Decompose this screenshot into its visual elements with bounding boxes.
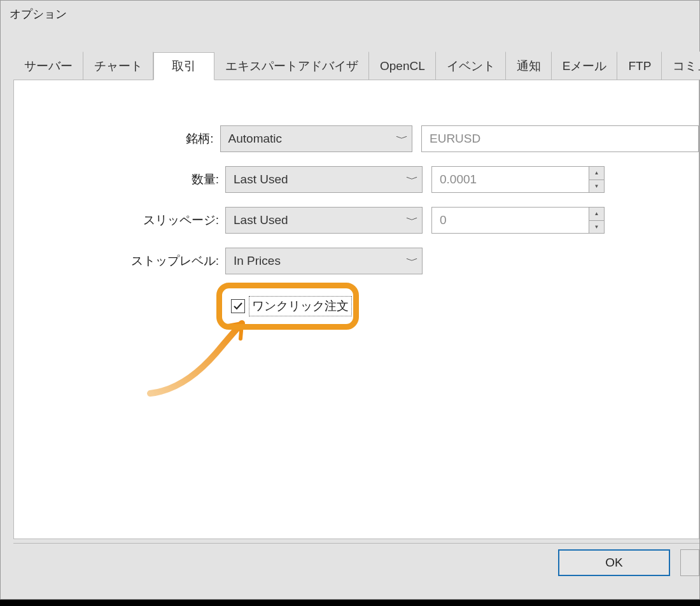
trade-form: 銘柄: Automatic ﹀ EURUSD 数量: Last Used ﹀	[14, 118, 699, 281]
spinner-volume: ▲ ▼	[589, 166, 605, 193]
chevron-down-icon: ﹀	[406, 215, 419, 226]
tab-community[interactable]: コミュニ	[662, 52, 700, 80]
combo-volume-mode-value: Last Used	[234, 173, 288, 187]
row-stop-level: ストップレベル: In Prices ﹀	[14, 241, 699, 281]
options-dialog: オプション サーバー チャート 取引 エキスパートアドバイザ OpenCL イベ…	[0, 0, 700, 600]
tab-chart[interactable]: チャート	[83, 52, 153, 80]
titlebar: オプション	[1, 1, 699, 27]
tab-label: チャート	[94, 58, 143, 74]
input-symbol-value[interactable]: EURUSD	[421, 125, 699, 152]
tab-label: 通知	[517, 58, 541, 74]
chevron-down-icon: ﹀	[396, 133, 409, 144]
label-stop-level: ストップレベル:	[14, 253, 225, 269]
chevron-down-icon: ﹀	[406, 174, 419, 185]
tab-label: エキスパートアドバイザ	[225, 58, 358, 74]
row-symbol: 銘柄: Automatic ﹀ EURUSD	[14, 118, 699, 159]
input-slippage-value[interactable]: 0	[431, 207, 589, 234]
checkbox-one-click[interactable]	[231, 299, 245, 313]
highlight-one-click: ワンクリック注文	[216, 283, 359, 330]
combo-symbol-mode[interactable]: Automatic ﹀	[220, 125, 412, 152]
tab-ftp[interactable]: FTP	[617, 52, 662, 80]
input-slippage-value-text: 0	[440, 213, 447, 227]
client-area: サーバー チャート 取引 エキスパートアドバイザ OpenCL イベント 通知 …	[10, 36, 699, 590]
label-slippage: スリッページ:	[14, 212, 225, 229]
tab-notify[interactable]: 通知	[506, 52, 552, 80]
combo-stop-level-mode-value: In Prices	[234, 254, 281, 268]
spinner-volume-down[interactable]: ▼	[589, 180, 605, 194]
tab-label: サーバー	[24, 58, 73, 74]
tab-event[interactable]: イベント	[436, 52, 506, 80]
spinner-slippage-up[interactable]: ▲	[589, 207, 605, 221]
tab-page-trade: 銘柄: Automatic ﹀ EURUSD 数量: Last Used ﹀	[13, 80, 699, 539]
combo-symbol-mode-value: Automatic	[228, 132, 282, 146]
tab-server[interactable]: サーバー	[13, 52, 83, 80]
chevron-down-icon: ﹀	[406, 255, 419, 267]
row-volume: 数量: Last Used ﹀ 0.0001 ▲ ▼	[14, 159, 699, 200]
combo-slippage-mode-value: Last Used	[234, 213, 288, 227]
tab-expert[interactable]: エキスパートアドバイザ	[214, 52, 369, 80]
spinner-slippage: ▲ ▼	[589, 207, 605, 234]
spinner-slippage-down[interactable]: ▼	[589, 221, 605, 234]
tab-label: Eメール	[563, 58, 607, 74]
tab-label: OpenCL	[380, 59, 425, 73]
tab-opencl[interactable]: OpenCL	[369, 52, 436, 80]
input-symbol-value-text: EURUSD	[430, 132, 480, 146]
label-volume: 数量:	[14, 171, 225, 188]
combo-stop-level-mode[interactable]: In Prices ﹀	[225, 248, 423, 274]
checkbox-one-click-label[interactable]: ワンクリック注文	[249, 296, 352, 316]
tabstrip: サーバー チャート 取引 エキスパートアドバイザ OpenCL イベント 通知 …	[13, 52, 699, 80]
tab-label: イベント	[447, 58, 495, 74]
input-volume-value[interactable]: 0.0001	[431, 166, 589, 193]
label-symbol: 銘柄:	[14, 130, 220, 147]
window-title: オプション	[10, 6, 67, 22]
spinner-volume-up[interactable]: ▲	[589, 166, 605, 180]
ok-button-label: OK	[605, 556, 622, 570]
tab-label: 取引	[172, 58, 196, 74]
tab-trade[interactable]: 取引	[153, 52, 214, 80]
combo-volume-mode[interactable]: Last Used ﹀	[225, 166, 423, 193]
dialog-footer: OK	[13, 543, 699, 581]
row-slippage: スリッページ: Last Used ﹀ 0 ▲ ▼	[14, 200, 699, 241]
combo-slippage-mode[interactable]: Last Used ﹀	[225, 207, 423, 234]
tab-label: コミュニ	[673, 58, 700, 74]
secondary-button[interactable]	[680, 549, 699, 576]
input-volume-value-text: 0.0001	[440, 173, 477, 187]
checkmark-icon	[233, 301, 243, 311]
tab-email[interactable]: Eメール	[552, 52, 618, 80]
ok-button[interactable]: OK	[558, 549, 670, 576]
tab-label: FTP	[628, 59, 651, 73]
